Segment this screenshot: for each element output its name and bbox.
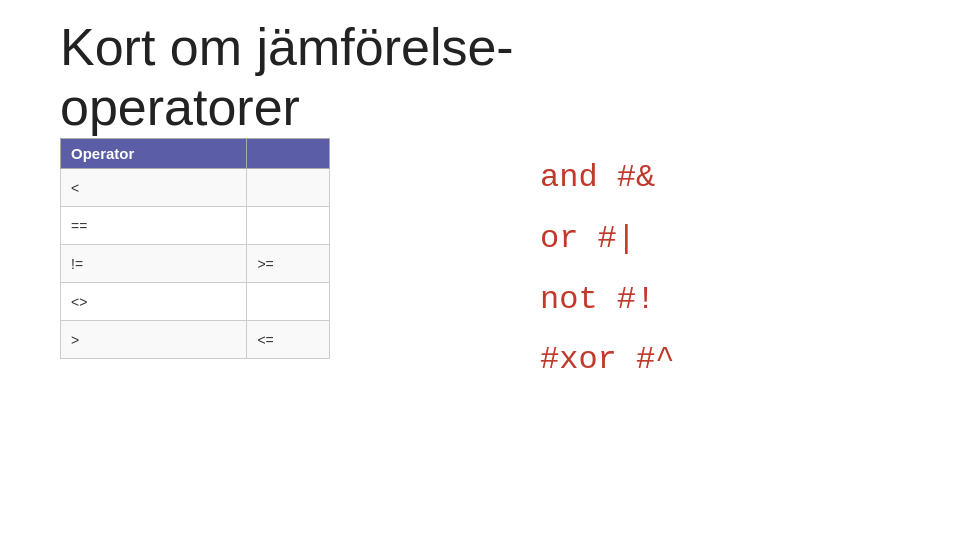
cell: > <box>61 321 247 359</box>
table-row: != >= <box>61 245 330 283</box>
table-row: < <box>61 169 330 207</box>
cell <box>247 207 330 245</box>
operator-table-container: Operator < == != >= <> > <= <box>60 138 330 359</box>
code-line-not: not #! <box>540 270 674 331</box>
cell: <> <box>61 283 247 321</box>
col-header-alt <box>247 139 330 169</box>
title-line2: operatorer <box>60 78 300 136</box>
cell: < <box>61 169 247 207</box>
table-row: <> <box>61 283 330 321</box>
table-row: > <= <box>61 321 330 359</box>
cell: != <box>61 245 247 283</box>
cell <box>247 283 330 321</box>
cell: <= <box>247 321 330 359</box>
code-line-or: or #| <box>540 209 674 270</box>
code-line-xor: #xor #^ <box>540 330 674 391</box>
slide-title: Kort om jämförelse- operatorer <box>60 18 514 138</box>
code-line-and: and #& <box>540 148 674 209</box>
col-header-operator: Operator <box>61 139 247 169</box>
title-line1: Kort om jämförelse- <box>60 18 514 76</box>
cell: >= <box>247 245 330 283</box>
code-operators: and #& or #| not #! #xor #^ <box>540 148 674 391</box>
operator-table: Operator < == != >= <> > <= <box>60 138 330 359</box>
cell: == <box>61 207 247 245</box>
cell <box>247 169 330 207</box>
table-row: == <box>61 207 330 245</box>
